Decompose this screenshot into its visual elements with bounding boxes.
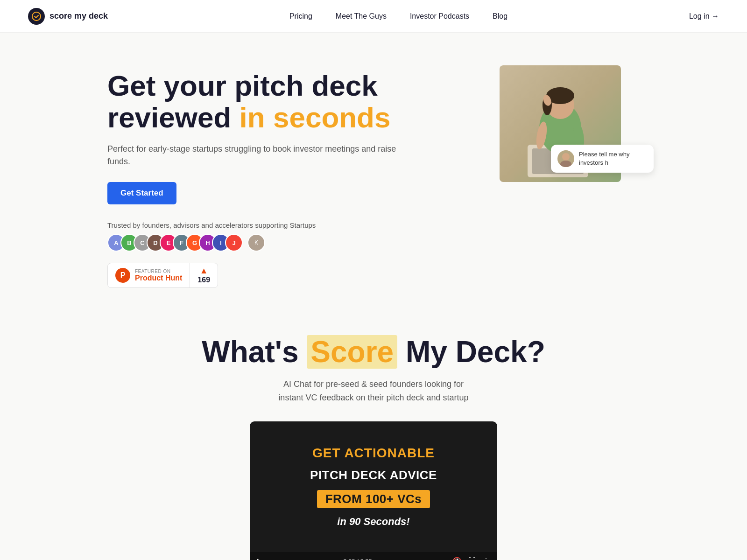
hero-title: Get your pitch deck reviewed in seconds	[107, 70, 406, 133]
get-started-button[interactable]: Get Started	[107, 182, 176, 204]
nav-links: Pricing Meet The Guys Investor Podcasts …	[289, 12, 507, 21]
hero-left: Get your pitch deck reviewed in seconds …	[107, 61, 406, 288]
svg-point-10	[562, 153, 570, 161]
product-hunt-badge[interactable]: P FEATURED ON Product Hunt ▲ 169	[107, 263, 218, 288]
whats-subtitle: AI Chat for pre-seed & seed founders loo…	[28, 378, 719, 405]
ph-left: P FEATURED ON Product Hunt	[108, 263, 190, 287]
video-line3: FROM 100+ VCs	[317, 490, 430, 508]
avatar-group: A B C D E F G H I J K	[107, 234, 406, 252]
logo-icon	[28, 8, 45, 25]
whats-title-part2: My Deck?	[397, 335, 545, 369]
nav-pricing[interactable]: Pricing	[289, 12, 312, 21]
login-button[interactable]: Log in →	[689, 12, 719, 21]
whats-title-part1: What's	[202, 335, 307, 369]
nav-blog[interactable]: Blog	[493, 12, 507, 21]
ph-text: FEATURED ON Product Hunt	[135, 269, 182, 282]
video-time: 0:00 / 0:30	[268, 558, 447, 560]
avatar-10: J	[225, 234, 243, 252]
video-line1: GET ACTIONABLE	[312, 446, 435, 461]
video-line4: in 90 Seconds!	[337, 516, 409, 528]
ph-featured-on: FEATURED ON	[135, 269, 182, 274]
video-line2: PITCH DECK ADVICE	[310, 468, 437, 483]
whats-title: What's Score My Deck?	[28, 335, 719, 369]
trusted-text: Trusted by founders, advisors and accele…	[107, 221, 406, 229]
video-container: GET ACTIONABLE PITCH DECK ADVICE FROM 10…	[250, 421, 497, 560]
whats-section: What's Score My Deck? AI Chat for pre-se…	[0, 307, 747, 560]
ph-icon: P	[115, 268, 130, 283]
video-controls: ▶ 0:00 / 0:30 🔇 ⛶ ⋮	[250, 552, 497, 560]
ph-arrow-icon: ▲	[200, 266, 208, 275]
chat-bubble-text: Please tell me why investors h	[579, 150, 647, 167]
chat-avatar	[557, 150, 574, 167]
video-fullscreen-icon[interactable]: ⛶	[468, 557, 476, 560]
avatar-extra: K	[247, 234, 265, 252]
logo[interactable]: score my deck	[28, 8, 108, 25]
video-play-button[interactable]: ▶	[257, 557, 263, 560]
nav-investor-podcasts[interactable]: Investor Podcasts	[410, 12, 469, 21]
whats-sub-line2: instant VC feedback on their pitch deck …	[278, 393, 468, 402]
whats-sub-line1: AI Chat for pre-seed & seed founders loo…	[283, 379, 464, 389]
hero-image-container: Please tell me why investors h	[500, 65, 640, 182]
hero-subtitle: Perfect for early-stage startups struggl…	[107, 143, 406, 168]
hero-right: Please tell me why investors h	[500, 65, 640, 182]
whats-title-highlight: Score	[307, 335, 397, 369]
ph-right: ▲ 169	[190, 266, 218, 284]
nav-meet-guys[interactable]: Meet The Guys	[336, 12, 387, 21]
svg-point-0	[32, 12, 41, 21]
ph-count: 169	[197, 276, 210, 284]
video-more-icon[interactable]: ⋮	[482, 557, 490, 560]
ph-product-hunt-label: Product Hunt	[135, 274, 182, 282]
hero-title-highlight: in seconds	[240, 101, 391, 133]
video-mute-icon[interactable]: 🔇	[452, 557, 462, 560]
video-control-icons: 🔇 ⛶ ⋮	[452, 557, 490, 560]
navbar: score my deck Pricing Meet The Guys Inve…	[0, 0, 747, 33]
video-content: GET ACTIONABLE PITCH DECK ADVICE FROM 10…	[250, 421, 497, 552]
hero-section: Get your pitch deck reviewed in seconds …	[79, 33, 668, 307]
logo-text: score my deck	[49, 11, 108, 21]
chat-bubble: Please tell me why investors h	[551, 145, 654, 173]
svg-point-11	[560, 161, 571, 167]
